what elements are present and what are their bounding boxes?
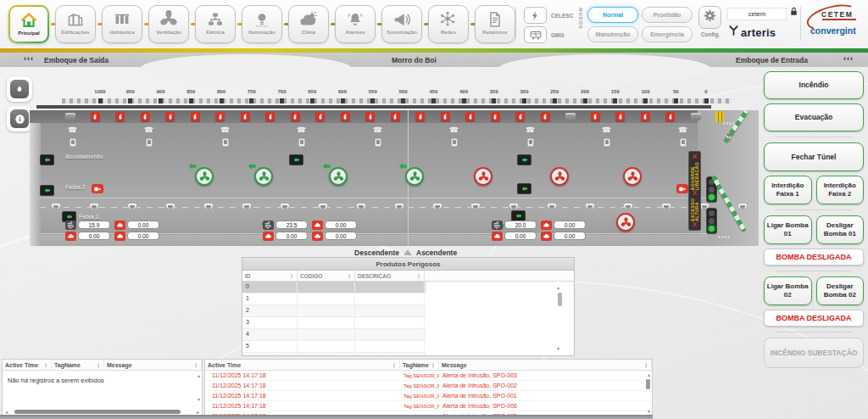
fire-extinguisher-icon[interactable] [465, 112, 475, 121]
scroll-down-icon[interactable]: ▾ [557, 346, 559, 351]
dome-camera-icon[interactable] [737, 203, 748, 210]
cloud-sensor-icon[interactable] [312, 232, 323, 241]
dome-camera-icon[interactable] [470, 203, 481, 210]
jet-fan-alarm[interactable] [623, 167, 642, 186]
fire-extinguisher-icon[interactable] [115, 112, 125, 121]
scroll-up-icon[interactable]: ▴ [557, 285, 559, 290]
info-button[interactable] [7, 106, 32, 131]
nav-button-orgchart[interactable]: Elétrica [195, 5, 236, 43]
hydrant-cabinet-icon[interactable] [604, 138, 610, 147]
emergency-phone-icon[interactable]: ☎ [68, 126, 77, 134]
fire-extinguisher-icon[interactable] [265, 112, 275, 121]
dome-camera-icon[interactable] [547, 203, 557, 210]
pump-status-badge[interactable]: BOMBA DESLIGADA [764, 249, 864, 265]
alarm-column-message[interactable]: Message⋮ [439, 360, 652, 370]
cloud-sensor-icon[interactable] [541, 232, 552, 241]
sort-icon[interactable]: ⋮ [193, 362, 198, 368]
dome-camera-icon[interactable] [585, 203, 595, 210]
emergency-phone-icon[interactable]: ☎ [373, 126, 382, 134]
hydrant-cabinet-icon[interactable] [375, 138, 381, 147]
fire-extinguisher-icon[interactable] [491, 112, 500, 121]
mode-button-1[interactable]: Normal [587, 7, 638, 23]
fire-extinguisher-icon[interactable] [165, 112, 175, 121]
mode-button-3[interactable]: Manutenção [587, 26, 638, 42]
sort-icon[interactable]: ⋮ [43, 362, 48, 368]
nav-button-home[interactable]: Principal [8, 5, 49, 43]
fire-extinguisher-icon[interactable] [615, 112, 625, 121]
alarm-column-active-time[interactable]: Active Time⋮ [3, 360, 52, 370]
action-button[interactable]: Desligar Bomba 01 [816, 215, 865, 244]
lane-signal-sign[interactable] [517, 154, 531, 165]
dome-camera-icon[interactable] [89, 203, 99, 210]
fire-extinguisher-icon[interactable] [291, 112, 300, 121]
speaker-icon[interactable] [691, 113, 701, 120]
cloud-sensor-icon[interactable] [114, 221, 125, 230]
alarm-row[interactable]: 11/12/2025 14:17:18Tag.SENSOR_PORTA(1).S… [205, 391, 652, 401]
scroll-arrows-right[interactable]: ‹‹‹ [843, 54, 854, 63]
action-button[interactable]: Desligar Bomba 02 [816, 277, 865, 305]
lane-signal-sign[interactable] [40, 185, 54, 196]
fire-extinguisher-icon[interactable] [641, 112, 650, 121]
sort-icon[interactable]: ⋮ [347, 273, 352, 279]
dome-camera-icon[interactable] [280, 203, 290, 210]
portal-scroll-arrows[interactable]: ‹‹‹‹ [723, 120, 736, 127]
fire-extinguisher-icon[interactable] [315, 112, 325, 121]
nav-button-bell[interactable]: Alarmes [335, 5, 376, 43]
emergency-phone-icon[interactable]: ☎ [297, 126, 306, 134]
fire-extinguisher-icon[interactable] [241, 112, 250, 121]
jet-fan-alarm[interactable] [616, 213, 635, 232]
mode-button-4[interactable]: Emergência [642, 26, 693, 42]
wind-sensor-icon[interactable] [263, 221, 274, 230]
action-button[interactable]: Ligar Bomba 01 [764, 215, 812, 244]
sort-icon[interactable]: ⋮ [392, 362, 397, 368]
jet-fan-alarm[interactable] [474, 167, 492, 186]
nav-button-weather[interactable]: Clima [288, 5, 329, 43]
dome-camera-icon[interactable] [127, 203, 137, 210]
cloud-sensor-icon[interactable] [312, 221, 323, 230]
emergency-phone-icon[interactable]: ☎ [602, 126, 611, 134]
fire-extinguisher-icon[interactable] [441, 112, 450, 121]
fire-extinguisher-icon[interactable] [341, 112, 350, 121]
dome-camera-icon[interactable] [509, 203, 519, 210]
fire-extinguisher-icon[interactable] [665, 112, 675, 121]
cctv-camera-alarm[interactable] [676, 184, 688, 193]
hydrant-cabinet-icon[interactable] [451, 138, 458, 147]
action-button[interactable]: Evacuação [764, 103, 864, 131]
dome-camera-icon[interactable] [356, 203, 366, 210]
pp-column-descricao[interactable]: DESCRICAO⋮ [355, 271, 425, 281]
fire-extinguisher-icon[interactable] [191, 112, 200, 121]
dome-camera-icon[interactable] [51, 203, 61, 210]
speaker-icon[interactable] [565, 113, 576, 120]
scrollbar-thumb[interactable] [558, 293, 562, 306]
cloud-sensor-icon[interactable] [114, 232, 125, 241]
alarm-column-active-time[interactable]: Active Time⋮ [205, 360, 400, 370]
nav-button-buildings[interactable]: Edificações [55, 5, 96, 43]
mode-button-2[interactable]: Prontidão [642, 7, 693, 23]
action-button[interactable]: Fechar Túnel [764, 142, 864, 171]
fire-extinguisher-icon[interactable] [91, 112, 100, 121]
alarm-row[interactable]: 11/12/2025 14:17:18Tag.SENSOR_PORTA(6).S… [205, 401, 652, 411]
config-button[interactable] [698, 6, 721, 29]
lane-signal-sign[interactable] [40, 154, 54, 165]
alarm-column-tagname[interactable]: TagName⋮ [52, 360, 104, 370]
wind-sensor-icon[interactable] [65, 221, 76, 230]
cloud-sensor-icon[interactable] [492, 232, 503, 241]
sort-icon[interactable]: ⋮ [643, 362, 648, 368]
lane-signal-sign[interactable] [289, 154, 303, 165]
sort-icon[interactable]: ⋮ [431, 362, 436, 368]
fire-extinguisher-icon[interactable] [215, 112, 225, 121]
scroll-down-icon[interactable]: ▾ [648, 409, 650, 414]
fire-extinguisher-icon[interactable] [515, 112, 525, 121]
hydrant-cabinet-icon[interactable] [680, 138, 687, 147]
scrollbar-thumb[interactable] [646, 379, 650, 389]
hydrant-cabinet-icon[interactable] [70, 138, 76, 147]
wind-sensor-icon[interactable] [492, 221, 503, 230]
pp-row-0[interactable]: 0 [242, 282, 426, 293]
cloud-sensor-icon[interactable] [65, 232, 76, 241]
traffic-light-green[interactable] [706, 208, 717, 234]
pump-status-badge[interactable]: BOMBA DESLIGADA [764, 310, 864, 327]
scroll-arrows-left[interactable]: ‹‹‹ [24, 54, 34, 63]
jet-fan-alarm[interactable] [550, 167, 569, 186]
pp-row-6[interactable]: 6 [242, 353, 426, 356]
fire-extinguisher-icon[interactable] [415, 112, 425, 121]
